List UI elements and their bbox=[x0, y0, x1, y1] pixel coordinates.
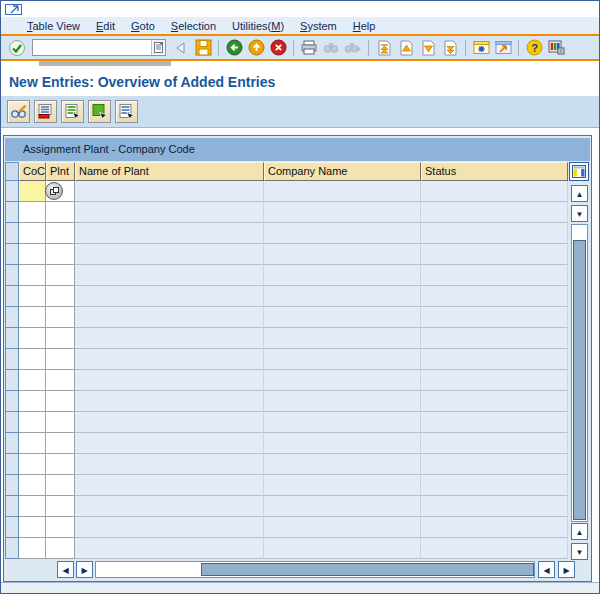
cocd-cell-focused[interactable] bbox=[19, 181, 46, 202]
new-session-button[interactable] bbox=[471, 38, 491, 58]
plnt-cell[interactable] bbox=[46, 307, 75, 328]
cocd-cell[interactable] bbox=[19, 433, 46, 454]
menu-help[interactable]: Help bbox=[345, 20, 384, 32]
row-selector-cell[interactable] bbox=[5, 475, 19, 496]
vertical-scrollbar-track[interactable] bbox=[571, 224, 588, 522]
cocd-cell[interactable] bbox=[19, 454, 46, 475]
menu-goto[interactable]: Goto bbox=[123, 20, 163, 32]
plnt-cell[interactable] bbox=[46, 412, 75, 433]
enter-button[interactable] bbox=[7, 38, 27, 58]
plnt-cell[interactable] bbox=[46, 454, 75, 475]
scroll-right-button[interactable]: ▶ bbox=[76, 561, 93, 578]
exit-button[interactable] bbox=[246, 38, 266, 58]
command-input[interactable] bbox=[33, 40, 151, 55]
cancel-button[interactable] bbox=[268, 38, 288, 58]
page-down-button[interactable] bbox=[418, 38, 438, 58]
menu-edit[interactable]: Edit bbox=[88, 20, 123, 32]
scroll-left-button[interactable]: ◀ bbox=[57, 561, 74, 578]
vertical-scrollbar-thumb[interactable] bbox=[573, 240, 586, 520]
row-selector-cell[interactable] bbox=[5, 244, 19, 265]
plnt-cell[interactable] bbox=[46, 517, 75, 538]
enter-confirm-button[interactable] bbox=[171, 38, 191, 58]
select-block-button[interactable] bbox=[88, 100, 111, 123]
scroll-page-down-button[interactable]: ▼ bbox=[571, 543, 588, 560]
select-all-button[interactable] bbox=[61, 100, 84, 123]
plnt-cell[interactable] bbox=[46, 538, 75, 559]
change-display-button[interactable] bbox=[7, 100, 30, 123]
row-selector-cell[interactable] bbox=[5, 370, 19, 391]
cocd-cell[interactable] bbox=[19, 328, 46, 349]
cocd-cell[interactable] bbox=[19, 538, 46, 559]
cocd-cell[interactable] bbox=[19, 370, 46, 391]
row-selector-cell[interactable] bbox=[5, 223, 19, 244]
menu-selection[interactable]: Selection bbox=[163, 20, 224, 32]
table-settings-button[interactable] bbox=[569, 162, 589, 181]
row-selector-cell[interactable] bbox=[5, 202, 19, 223]
scroll-down-button[interactable]: ▼ bbox=[571, 205, 588, 222]
plnt-cell[interactable] bbox=[46, 349, 75, 370]
row-selector-cell[interactable] bbox=[5, 517, 19, 538]
plnt-cell[interactable] bbox=[46, 328, 75, 349]
save-button[interactable] bbox=[193, 38, 213, 58]
cocd-cell[interactable] bbox=[19, 475, 46, 496]
cocd-cell[interactable] bbox=[19, 244, 46, 265]
row-selector-cell[interactable] bbox=[5, 454, 19, 475]
create-shortcut-button[interactable] bbox=[493, 38, 513, 58]
plnt-cell[interactable] bbox=[46, 265, 75, 286]
scroll-page-up-button[interactable]: ▲ bbox=[571, 523, 588, 540]
column-header-name-of-plant[interactable]: Name of Plant bbox=[75, 162, 264, 181]
row-selector-cell[interactable] bbox=[5, 328, 19, 349]
plnt-cell[interactable] bbox=[46, 391, 75, 412]
select-all-rows-header[interactable] bbox=[5, 162, 19, 181]
row-selector-cell[interactable] bbox=[5, 538, 19, 559]
plnt-cell[interactable] bbox=[46, 223, 75, 244]
possible-entries-button[interactable] bbox=[45, 182, 63, 200]
cocd-cell[interactable] bbox=[19, 349, 46, 370]
cocd-cell[interactable] bbox=[19, 391, 46, 412]
menu-utilities[interactable]: Utilities(M) bbox=[224, 20, 292, 32]
last-page-button[interactable] bbox=[440, 38, 460, 58]
row-selector-cell[interactable] bbox=[5, 496, 19, 517]
command-dropdown-button[interactable] bbox=[151, 40, 165, 55]
deselect-all-button[interactable] bbox=[115, 100, 138, 123]
column-header-company-name[interactable]: Company Name bbox=[264, 162, 421, 181]
scroll-page-right-button[interactable]: ▶ bbox=[558, 561, 575, 578]
page-up-button[interactable] bbox=[396, 38, 416, 58]
cocd-cell[interactable] bbox=[19, 307, 46, 328]
back-button[interactable] bbox=[224, 38, 244, 58]
plnt-cell[interactable] bbox=[46, 370, 75, 391]
plnt-cell[interactable] bbox=[46, 286, 75, 307]
print-button[interactable] bbox=[299, 38, 319, 58]
plnt-cell[interactable] bbox=[46, 244, 75, 265]
plnt-cell[interactable] bbox=[46, 181, 75, 202]
row-selector-cell[interactable] bbox=[5, 307, 19, 328]
row-selector-cell[interactable] bbox=[5, 412, 19, 433]
column-header-plnt[interactable]: Plnt bbox=[46, 162, 75, 181]
scroll-up-button[interactable]: ▲ bbox=[571, 185, 588, 202]
row-selector-cell[interactable] bbox=[5, 181, 19, 202]
plnt-cell[interactable] bbox=[46, 202, 75, 223]
plnt-cell[interactable] bbox=[46, 496, 75, 517]
delete-row-button[interactable] bbox=[34, 100, 57, 123]
cocd-cell[interactable] bbox=[19, 412, 46, 433]
horizontal-scrollbar-track[interactable] bbox=[95, 561, 535, 578]
cocd-cell[interactable] bbox=[19, 496, 46, 517]
row-selector-cell[interactable] bbox=[5, 391, 19, 412]
first-page-button[interactable] bbox=[374, 38, 394, 58]
cocd-cell[interactable] bbox=[19, 223, 46, 244]
cocd-cell[interactable] bbox=[19, 517, 46, 538]
cocd-cell[interactable] bbox=[19, 265, 46, 286]
plnt-cell[interactable] bbox=[46, 475, 75, 496]
customize-layout-button[interactable] bbox=[546, 38, 566, 58]
help-button[interactable]: ? bbox=[524, 38, 544, 58]
row-selector-cell[interactable] bbox=[5, 349, 19, 370]
menu-system[interactable]: System bbox=[292, 20, 345, 32]
menu-table-view[interactable]: Table View bbox=[19, 20, 88, 32]
control-menu-icon[interactable] bbox=[5, 3, 25, 16]
row-selector-cell[interactable] bbox=[5, 286, 19, 307]
cocd-cell[interactable] bbox=[19, 202, 46, 223]
column-header-cocd[interactable]: CoCd bbox=[19, 162, 46, 181]
cocd-cell[interactable] bbox=[19, 286, 46, 307]
horizontal-scrollbar-thumb[interactable] bbox=[201, 563, 534, 576]
plnt-cell[interactable] bbox=[46, 433, 75, 454]
